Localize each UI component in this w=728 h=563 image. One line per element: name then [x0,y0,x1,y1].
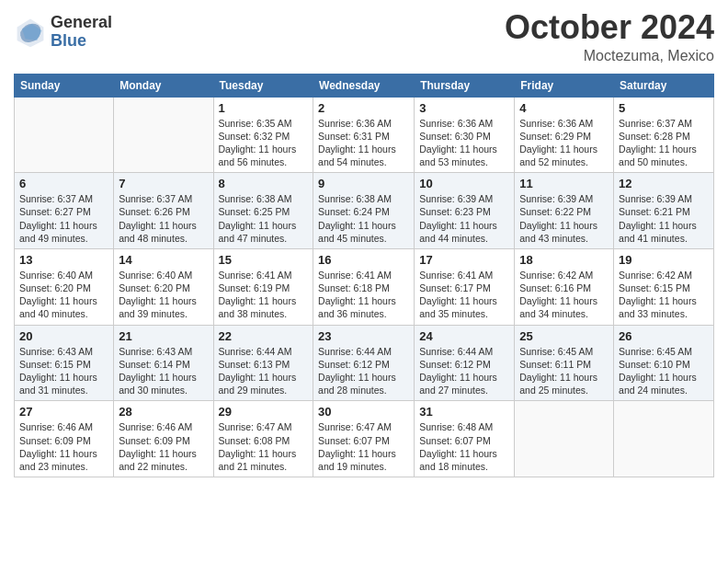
day-number: 28 [119,405,208,419]
day-info: Sunrise: 6:39 AM Sunset: 6:22 PM Dayligh… [519,192,609,245]
logo-general: General [51,14,112,32]
calendar-cell: 23Sunrise: 6:44 AM Sunset: 6:12 PM Dayli… [313,325,415,401]
day-info: Sunrise: 6:44 AM Sunset: 6:12 PM Dayligh… [419,345,509,397]
calendar-cell: 8Sunrise: 6:38 AM Sunset: 6:25 PM Daylig… [213,173,313,249]
day-info: Sunrise: 6:40 AM Sunset: 6:20 PM Dayligh… [119,269,208,321]
calendar-cell [515,401,614,477]
day-number: 18 [519,253,609,267]
calendar-cell: 5Sunrise: 6:37 AM Sunset: 6:28 PM Daylig… [614,97,714,173]
calendar-week-5: 27Sunrise: 6:46 AM Sunset: 6:09 PM Dayli… [15,401,714,477]
day-info: Sunrise: 6:45 AM Sunset: 6:11 PM Dayligh… [519,345,609,397]
day-number: 7 [119,177,208,190]
day-number: 27 [19,405,108,419]
calendar-cell: 15Sunrise: 6:41 AM Sunset: 6:19 PM Dayli… [213,248,313,325]
calendar-cell: 27Sunrise: 6:46 AM Sunset: 6:09 PM Dayli… [15,401,114,477]
calendar-cell: 29Sunrise: 6:47 AM Sunset: 6:08 PM Dayli… [213,401,313,477]
calendar-cell: 22Sunrise: 6:44 AM Sunset: 6:13 PM Dayli… [213,325,313,401]
calendar-cell: 31Sunrise: 6:48 AM Sunset: 6:07 PM Dayli… [415,401,515,477]
day-info: Sunrise: 6:37 AM Sunset: 6:28 PM Dayligh… [619,117,709,169]
day-number: 13 [19,253,108,267]
day-info: Sunrise: 6:44 AM Sunset: 6:13 PM Dayligh… [219,345,309,397]
calendar-cell: 21Sunrise: 6:43 AM Sunset: 6:14 PM Dayli… [114,325,213,401]
day-number: 17 [419,253,509,267]
calendar-cell: 14Sunrise: 6:40 AM Sunset: 6:20 PM Dayli… [114,248,213,325]
calendar-cell: 17Sunrise: 6:41 AM Sunset: 6:17 PM Dayli… [415,248,515,325]
day-number: 5 [619,101,709,115]
calendar-week-1: 1Sunrise: 6:35 AM Sunset: 6:32 PM Daylig… [15,97,714,173]
day-info: Sunrise: 6:42 AM Sunset: 6:15 PM Dayligh… [619,269,709,321]
day-number: 12 [619,177,709,190]
logo-icon [14,16,47,49]
day-number: 24 [419,329,509,343]
logo-blue: Blue [51,32,112,51]
calendar-cell: 3Sunrise: 6:36 AM Sunset: 6:30 PM Daylig… [415,97,515,173]
calendar-cell: 7Sunrise: 6:37 AM Sunset: 6:26 PM Daylig… [114,173,213,249]
day-number: 8 [219,177,309,190]
calendar-cell [15,97,114,173]
day-number: 20 [19,329,108,343]
day-info: Sunrise: 6:43 AM Sunset: 6:14 PM Dayligh… [119,345,208,397]
day-number: 29 [219,405,309,419]
calendar-cell: 4Sunrise: 6:36 AM Sunset: 6:29 PM Daylig… [515,97,614,173]
header: General Blue October 2024 Moctezuma, Mex… [14,9,714,64]
calendar-cell: 6Sunrise: 6:37 AM Sunset: 6:27 PM Daylig… [15,173,114,249]
day-number: 16 [318,253,409,267]
day-info: Sunrise: 6:37 AM Sunset: 6:27 PM Dayligh… [19,192,108,245]
day-info: Sunrise: 6:39 AM Sunset: 6:21 PM Dayligh… [619,192,709,245]
calendar-cell: 11Sunrise: 6:39 AM Sunset: 6:22 PM Dayli… [515,173,614,249]
calendar-cell: 12Sunrise: 6:39 AM Sunset: 6:21 PM Dayli… [614,173,714,249]
calendar-cell: 18Sunrise: 6:42 AM Sunset: 6:16 PM Dayli… [515,248,614,325]
day-number: 19 [619,253,709,267]
day-number: 1 [219,101,309,115]
day-info: Sunrise: 6:42 AM Sunset: 6:16 PM Dayligh… [519,269,609,321]
day-info: Sunrise: 6:40 AM Sunset: 6:20 PM Dayligh… [19,269,108,321]
day-number: 23 [318,329,409,343]
day-info: Sunrise: 6:36 AM Sunset: 6:31 PM Dayligh… [318,117,409,169]
calendar-cell [114,97,213,173]
day-info: Sunrise: 6:41 AM Sunset: 6:17 PM Dayligh… [419,269,509,321]
day-number: 14 [119,253,208,267]
col-monday: Monday [114,74,213,97]
day-number: 6 [19,177,108,190]
day-info: Sunrise: 6:38 AM Sunset: 6:25 PM Dayligh… [219,192,309,245]
col-saturday: Saturday [614,74,714,97]
calendar-cell: 20Sunrise: 6:43 AM Sunset: 6:15 PM Dayli… [15,325,114,401]
day-info: Sunrise: 6:38 AM Sunset: 6:24 PM Dayligh… [318,192,409,245]
day-info: Sunrise: 6:41 AM Sunset: 6:18 PM Dayligh… [318,269,409,321]
calendar-cell: 1Sunrise: 6:35 AM Sunset: 6:32 PM Daylig… [213,97,313,173]
day-info: Sunrise: 6:39 AM Sunset: 6:23 PM Dayligh… [419,192,509,245]
calendar-cell: 2Sunrise: 6:36 AM Sunset: 6:31 PM Daylig… [313,97,415,173]
day-number: 15 [219,253,309,267]
day-info: Sunrise: 6:45 AM Sunset: 6:10 PM Dayligh… [619,345,709,397]
weekday-header-row: Sunday Monday Tuesday Wednesday Thursday… [15,74,714,97]
calendar-week-3: 13Sunrise: 6:40 AM Sunset: 6:20 PM Dayli… [15,248,714,325]
day-number: 25 [519,329,609,343]
col-wednesday: Wednesday [313,74,415,97]
col-friday: Friday [515,74,614,97]
calendar-week-4: 20Sunrise: 6:43 AM Sunset: 6:15 PM Dayli… [15,325,714,401]
logo-text: General Blue [51,14,112,51]
day-info: Sunrise: 6:37 AM Sunset: 6:26 PM Dayligh… [119,192,208,245]
day-info: Sunrise: 6:35 AM Sunset: 6:32 PM Dayligh… [219,117,309,169]
day-info: Sunrise: 6:47 AM Sunset: 6:07 PM Dayligh… [318,420,409,473]
day-info: Sunrise: 6:36 AM Sunset: 6:30 PM Dayligh… [419,117,509,169]
day-number: 9 [318,177,409,190]
day-info: Sunrise: 6:41 AM Sunset: 6:19 PM Dayligh… [219,269,309,321]
title-block: October 2024 Moctezuma, Mexico [505,9,714,64]
calendar-cell: 24Sunrise: 6:44 AM Sunset: 6:12 PM Dayli… [415,325,515,401]
calendar-cell: 25Sunrise: 6:45 AM Sunset: 6:11 PM Dayli… [515,325,614,401]
calendar: Sunday Monday Tuesday Wednesday Thursday… [14,74,714,477]
day-number: 4 [519,101,609,115]
calendar-cell: 30Sunrise: 6:47 AM Sunset: 6:07 PM Dayli… [313,401,415,477]
day-number: 22 [219,329,309,343]
month-title: October 2024 [505,9,714,46]
day-number: 21 [119,329,208,343]
calendar-cell [614,401,714,477]
day-number: 31 [419,405,509,419]
day-info: Sunrise: 6:46 AM Sunset: 6:09 PM Dayligh… [119,420,208,473]
page: General Blue October 2024 Moctezuma, Mex… [0,0,728,491]
col-sunday: Sunday [15,74,114,97]
logo: General Blue [14,14,112,51]
day-info: Sunrise: 6:48 AM Sunset: 6:07 PM Dayligh… [419,420,509,473]
day-number: 26 [619,329,709,343]
